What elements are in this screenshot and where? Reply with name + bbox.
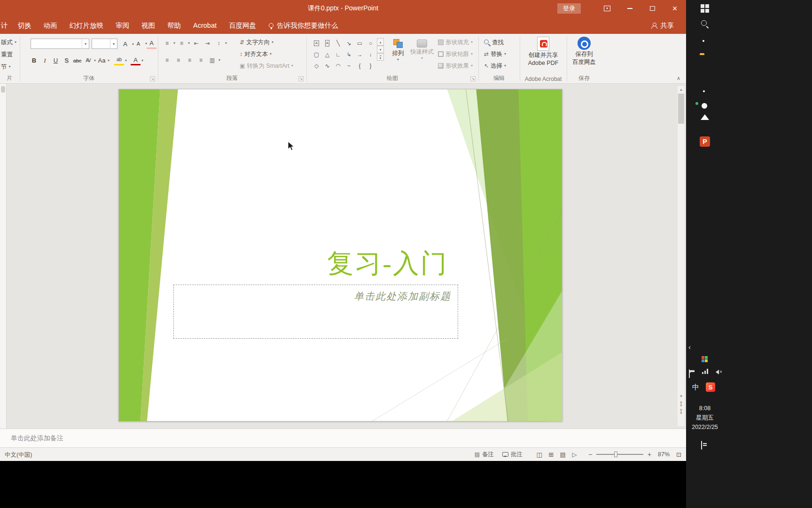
tray-battery-indicator[interactable] — [689, 370, 690, 378]
columns-button[interactable]: ▥ — [207, 55, 217, 65]
reset-button[interactable]: 重置 — [1, 50, 13, 59]
shape-outline-button[interactable]: 形状轮廓▾ — [438, 49, 473, 59]
minimize-button[interactable] — [618, 0, 641, 17]
tray-color-app-button[interactable] — [702, 356, 708, 362]
shape-textbox-horizontal[interactable]: A — [311, 38, 322, 49]
shape-elbow-arrow[interactable]: ↳ — [344, 49, 354, 60]
line-spacing-button[interactable]: ↕ — [214, 38, 224, 48]
shape-oval[interactable]: ○ — [365, 38, 376, 49]
zoom-slider-thumb[interactable] — [614, 452, 617, 457]
shape-left-brace[interactable]: { — [354, 60, 365, 71]
shrink-font-button[interactable]: A▾ — [133, 39, 147, 48]
shapes-gallery-down-button[interactable]: ▾ — [377, 46, 384, 53]
font-name-combobox[interactable]: ▾ — [31, 39, 89, 49]
scroll-up-button[interactable]: ▴ — [678, 86, 685, 93]
tab-design-partial[interactable]: 计 — [0, 17, 12, 34]
shape-arc[interactable]: ◠ — [333, 60, 344, 71]
layout-button[interactable]: 版式▾ — [1, 38, 16, 47]
character-spacing-button[interactable]: AV — [83, 56, 93, 65]
shape-textbox-vertical[interactable]: A — [322, 38, 333, 49]
taskbar-search-button[interactable] — [701, 20, 709, 30]
subtitle-placeholder[interactable]: 单击此处添加副标题 — [173, 285, 458, 339]
shape-scribble[interactable]: ∿ — [322, 60, 333, 71]
align-text-button[interactable]: ↕对齐文本▾ — [240, 49, 272, 59]
sogou-ime-button[interactable]: S — [706, 382, 715, 392]
arrange-button[interactable]: 排列▾ — [387, 38, 409, 62]
align-center-button[interactable]: ≡ — [173, 55, 183, 65]
close-button[interactable]: × — [664, 0, 686, 17]
tab-transitions[interactable]: 切换 — [12, 17, 38, 34]
grow-font-button[interactable]: A▴ — [120, 39, 134, 48]
tray-expand-chevron[interactable]: ‹ — [688, 343, 691, 351]
notes-toggle-button[interactable]: ▤备注 — [470, 451, 498, 459]
bullets-button[interactable]: ≡ — [162, 38, 172, 48]
justify-button[interactable]: ≡ — [196, 55, 206, 65]
select-button[interactable]: ↖选择▾ — [484, 61, 506, 71]
zoom-slider-track[interactable] — [596, 454, 643, 455]
find-button[interactable]: 查找 — [484, 38, 504, 47]
text-shadow-button[interactable]: S — [62, 56, 71, 65]
tab-review[interactable]: 审阅 — [109, 17, 135, 34]
text-direction-button[interactable]: ⇵文字方向▾ — [240, 38, 273, 47]
increase-indent-button[interactable]: ⇥ — [203, 38, 212, 48]
normal-view-button[interactable]: ◫ — [533, 448, 545, 461]
align-left-button[interactable]: ≡ — [162, 55, 172, 65]
taskbar-clock[interactable]: 8:08 星期五 2022/2/25 — [686, 404, 724, 432]
start-button[interactable] — [701, 4, 709, 13]
dropdown-icon[interactable]: ▾ — [110, 39, 117, 48]
save-to-baidu-button[interactable]: 保存到 百度网盘 — [569, 37, 599, 66]
zoom-out-button[interactable]: − — [586, 448, 594, 461]
sign-in-button[interactable]: 登录 — [557, 3, 581, 14]
shape-rectangle[interactable]: ▭ — [354, 38, 365, 49]
quick-styles-button[interactable]: 快速样式▾ — [409, 38, 435, 60]
maximize-button[interactable] — [641, 0, 664, 17]
action-center-button[interactable] — [701, 441, 702, 450]
strikethrough-button[interactable]: abc — [72, 56, 82, 65]
zoom-in-button[interactable]: + — [645, 448, 654, 461]
tab-acrobat[interactable]: Acrobat — [187, 17, 223, 34]
numbering-button[interactable]: ≡ — [177, 38, 187, 48]
decrease-indent-button[interactable]: ⇤ — [191, 38, 201, 48]
ime-indicator[interactable]: 中 — [692, 383, 699, 392]
reading-view-button[interactable]: ▤ — [557, 448, 569, 461]
shape-right-brace[interactable]: } — [365, 60, 376, 71]
font-color-button[interactable]: A — [131, 56, 141, 65]
language-indicator[interactable]: 中文(中国) — [5, 451, 32, 459]
italic-button[interactable]: I — [40, 56, 50, 65]
tab-help[interactable]: 帮助 — [161, 17, 187, 34]
underline-button[interactable]: U — [51, 56, 61, 65]
paragraph-dialog-launcher[interactable]: ↘ — [298, 76, 304, 81]
vertical-scrollbar[interactable]: ▴ ▾ ∧∧ ∨∨ — [678, 86, 685, 426]
taskbar-powerpoint-button[interactable]: P — [700, 136, 710, 147]
text-highlight-button[interactable]: ab — [114, 56, 124, 65]
slideshow-view-button[interactable]: ▷ — [569, 448, 580, 461]
shape-fill-button[interactable]: 形状填充▾ — [438, 38, 473, 47]
shape-right-arrow[interactable]: → — [354, 49, 365, 60]
shapes-gallery-more-button[interactable]: ≡▾ — [377, 53, 384, 61]
previous-slide-button[interactable]: ∧∧ — [680, 401, 683, 407]
scroll-down-button[interactable]: ▾ — [678, 393, 685, 399]
change-case-button[interactable]: Aa — [97, 56, 107, 65]
notes-pane[interactable]: 单击此处添加备注 — [0, 429, 686, 447]
convert-smartart-button[interactable]: ▣转换为 SmartArt▾ — [240, 61, 293, 71]
shape-rounded-rectangle[interactable]: ▢ — [311, 49, 322, 60]
slide-canvas[interactable]: 复习-入门 单击此处添加副标题 — [118, 89, 562, 421]
zoom-level[interactable]: 87% — [654, 451, 671, 458]
create-share-pdf-button[interactable]: 创建并共享 Adobe PDF — [523, 37, 564, 67]
tab-animations[interactable]: 动画 — [38, 17, 63, 34]
replace-button[interactable]: ⇄替换▾ — [484, 49, 506, 59]
align-right-button[interactable]: ≡ — [185, 55, 195, 65]
share-button[interactable]: 共享 — [651, 17, 674, 34]
section-button[interactable]: 节▾ — [1, 62, 11, 71]
scrollbar-thumb[interactable] — [678, 94, 684, 124]
shape-down-arrow[interactable]: ↓ — [365, 49, 376, 60]
comments-toggle-button[interactable]: 批注 — [498, 451, 527, 459]
tab-slideshow[interactable]: 幻灯片放映 — [63, 17, 110, 34]
tray-network-indicator[interactable] — [702, 369, 708, 374]
shapes-gallery-up-button[interactable]: ▴ — [377, 38, 384, 46]
thumbnail-scrollbar-thumb[interactable] — [1, 86, 5, 93]
shape-triangle[interactable]: △ — [322, 49, 333, 60]
font-dialog-launcher[interactable]: ↘ — [150, 76, 155, 81]
slide-sorter-view-button[interactable]: ⊞ — [545, 448, 557, 461]
clear-formatting-button[interactable]: A — [147, 39, 156, 48]
